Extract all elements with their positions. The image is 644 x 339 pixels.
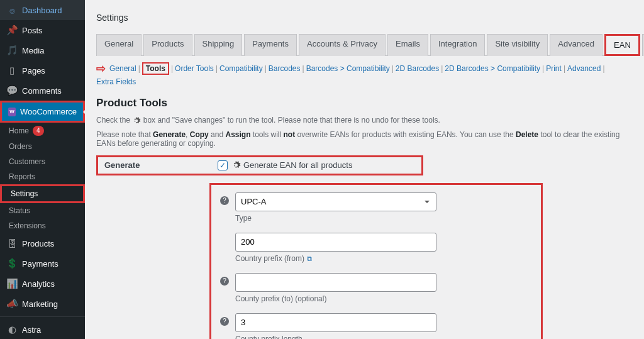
tab-payments[interactable]: Payments xyxy=(244,34,297,56)
subtab-2d-barcodes-compat[interactable]: 2D Barcodes > Compatibility xyxy=(445,64,540,73)
prefix-length-input[interactable] xyxy=(235,313,436,332)
nav-dashboard[interactable]: ⌾Dashboard xyxy=(0,0,85,20)
subtab-barcodes-compat[interactable]: Barcodes > Compatibility xyxy=(306,64,390,73)
subtab-2d-barcodes[interactable]: 2D Barcodes xyxy=(396,64,439,73)
home-badge: 4 xyxy=(33,126,44,136)
arrow-hint-icon: ⇨ xyxy=(96,62,106,75)
products-icon: 🗄 xyxy=(6,238,18,249)
nav-marketing[interactable]: 📣Marketing xyxy=(0,294,85,314)
subtab-advanced[interactable]: Advanced xyxy=(567,64,601,73)
gear-icon xyxy=(132,116,141,125)
gear-icon xyxy=(231,160,241,170)
dashboard-icon: ⌾ xyxy=(6,4,18,16)
tab-ean[interactable]: EAN xyxy=(604,34,640,56)
subnav-settings[interactable]: Settings xyxy=(0,184,85,203)
country-prefix-from-input[interactable] xyxy=(235,233,436,252)
ean-subtabs: ⇨ General| Tools| Order Tools| Compatibi… xyxy=(96,56,633,92)
astra-icon: ◐ xyxy=(6,324,18,335)
subtab-tools[interactable]: Tools xyxy=(142,62,169,75)
country-prefix-to-input[interactable] xyxy=(235,273,436,292)
subnav-customers[interactable]: Customers xyxy=(0,154,85,169)
generate-row: Generate ✓ Generate EAN for all products xyxy=(96,155,423,175)
nav-woocommerce[interactable]: WWooCommerce xyxy=(0,101,85,123)
admin-sidebar: ⌾Dashboard 📌Posts 🎵Media ▯Pages 💬Comment… xyxy=(0,0,85,339)
type-label: Type xyxy=(235,214,532,223)
tab-advanced[interactable]: Advanced xyxy=(550,34,602,56)
main-content: Settings General Products Shipping Payme… xyxy=(85,0,644,339)
tab-integration[interactable]: Integration xyxy=(430,34,485,56)
generate-form: ? UPC-A Type ? Country prefix (from)⧉ ? … xyxy=(209,183,543,339)
tab-shipping[interactable]: Shipping xyxy=(194,34,243,56)
marketing-icon: 📣 xyxy=(6,298,18,309)
settings-tabs: General Products Shipping Payments Accou… xyxy=(96,34,633,56)
section-title: Product Tools xyxy=(96,97,633,109)
desc-line-1: Check the box and "Save changes" to run … xyxy=(96,116,633,125)
analytics-icon: 📊 xyxy=(6,278,18,289)
nav-pages[interactable]: ▯Pages xyxy=(0,60,85,81)
nav-astra[interactable]: ◐Astra xyxy=(0,320,85,339)
subtab-compatibility[interactable]: Compatibility xyxy=(219,64,263,73)
tab-products[interactable]: Products xyxy=(143,34,192,56)
subnav-orders[interactable]: Orders xyxy=(0,139,85,154)
external-link-icon[interactable]: ⧉ xyxy=(307,255,312,262)
type-select[interactable]: UPC-A xyxy=(235,192,436,211)
desc-line-2: Please note that Generate, Copy and Assi… xyxy=(96,130,633,148)
prefix-length-label: County prefix length xyxy=(235,335,532,339)
country-prefix-to-label: County prefix (to) (optional) xyxy=(235,294,532,303)
page-icon: ▯ xyxy=(6,65,18,76)
comment-icon: 💬 xyxy=(6,85,18,96)
subnav-extensions[interactable]: Extensions xyxy=(0,218,85,233)
tab-emails[interactable]: Emails xyxy=(387,34,428,56)
country-prefix-from-label: Country prefix (from)⧉ xyxy=(235,254,532,263)
generate-label: Generate xyxy=(104,160,218,170)
help-icon[interactable]: ? xyxy=(220,277,229,286)
woocommerce-icon: W xyxy=(8,108,16,116)
generate-checkbox[interactable]: ✓ xyxy=(218,160,228,170)
subtab-barcodes[interactable]: Barcodes xyxy=(269,64,301,73)
subtab-order-tools[interactable]: Order Tools xyxy=(175,64,214,73)
generate-checkbox-label: Generate EAN for all products xyxy=(243,160,352,170)
nav-comments[interactable]: 💬Comments xyxy=(0,81,85,101)
subnav-reports[interactable]: Reports xyxy=(0,169,85,184)
tab-accounts-privacy[interactable]: Accounts & Privacy xyxy=(299,34,386,56)
subtab-extra-fields[interactable]: Extra Fields xyxy=(96,77,136,86)
help-icon[interactable]: ? xyxy=(220,196,229,205)
help-icon[interactable]: ? xyxy=(220,317,229,326)
nav-products[interactable]: 🗄Products xyxy=(0,233,85,253)
media-icon: 🎵 xyxy=(6,45,18,56)
page-title: Settings xyxy=(96,6,633,34)
tab-site-visibility[interactable]: Site visibility xyxy=(487,34,548,56)
nav-posts[interactable]: 📌Posts xyxy=(0,20,85,40)
subnav-status[interactable]: Status xyxy=(0,203,85,218)
nav-analytics[interactable]: 📊Analytics xyxy=(0,274,85,294)
tab-general[interactable]: General xyxy=(96,34,142,56)
subtab-general[interactable]: General xyxy=(109,64,136,73)
subtab-print[interactable]: Print xyxy=(546,64,562,73)
payments-icon: 💲 xyxy=(6,258,18,269)
nav-payments[interactable]: 💲Payments xyxy=(0,253,85,274)
pin-icon: 📌 xyxy=(6,25,18,36)
nav-media[interactable]: 🎵Media xyxy=(0,40,85,60)
subnav-home[interactable]: Home4 xyxy=(0,123,85,139)
